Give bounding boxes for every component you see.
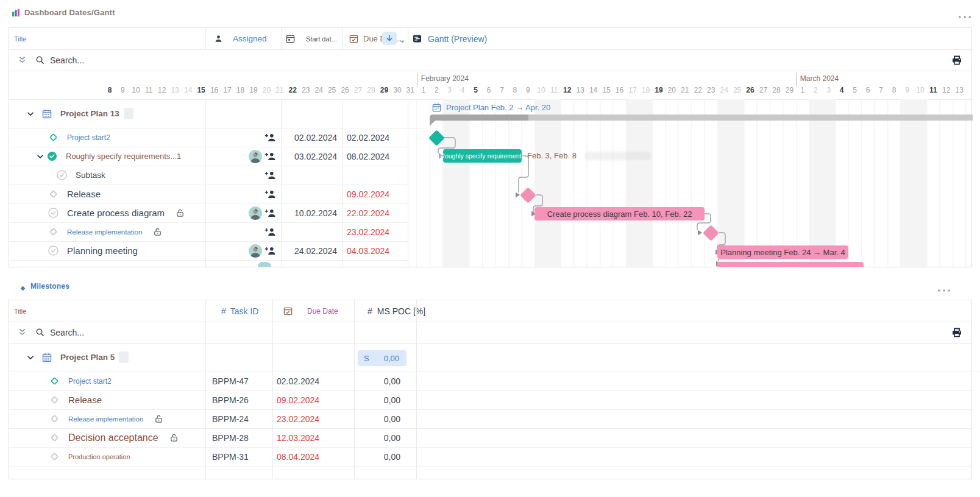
task-title[interactable]: Roughly specify requirements...1	[66, 152, 181, 161]
task-id-cell[interactable]: BPPM-31	[205, 447, 279, 466]
milestone-title[interactable]: Decision acceptance	[68, 432, 158, 443]
ms-poc-cell[interactable]: 0,00	[354, 447, 416, 466]
due-date-cell[interactable]: 12.03.2024	[272, 428, 358, 447]
column-header-gantt[interactable]: Gantt (Preview)	[408, 28, 595, 49]
project-row-ms[interactable]: Project Plan 5	[9, 343, 980, 372]
search-input-ms[interactable]: Search...	[50, 328, 84, 337]
ms-poc-cell[interactable]: 0,00	[354, 390, 416, 409]
table-row[interactable]: Release implementation23.02.2024	[9, 222, 408, 242]
task-id-cell[interactable]: BPPM-28	[205, 428, 279, 447]
due-date-cell[interactable]: 04.03.2024	[342, 241, 408, 260]
due-date-cell[interactable]: 09.02.2024	[342, 185, 408, 203]
panel2-menu-button[interactable]	[937, 284, 951, 295]
search-row-ms[interactable]: Search...	[9, 322, 971, 343]
task-id-cell[interactable]: BPPM-26	[205, 390, 279, 409]
person-add-icon[interactable]	[265, 227, 276, 236]
panel1-menu-button[interactable]	[958, 10, 971, 21]
milestone-row[interactable]: Production operationBPPM-3108.04.20240,0…	[9, 447, 971, 467]
milestone-title[interactable]: Release	[68, 395, 102, 405]
due-date-cell[interactable]: 02.02.2024	[342, 128, 408, 147]
person-add-icon[interactable]	[265, 133, 276, 142]
day-number: 8	[508, 86, 522, 94]
milestone-title[interactable]: Project start2	[68, 377, 112, 386]
print-button[interactable]	[951, 55, 962, 66]
ms-poc-cell[interactable]: 0,00	[354, 428, 416, 447]
start-date-cell[interactable]: 24.02.2024	[281, 241, 342, 260]
person-add-icon[interactable]	[265, 171, 276, 180]
start-date-cell[interactable]: 02.02.2024	[281, 128, 342, 147]
project-title-ms[interactable]: Project Plan 5	[60, 353, 115, 362]
table-row[interactable]: Subtask	[9, 166, 408, 185]
chevron-icon[interactable]	[36, 152, 44, 161]
due-date-cell[interactable]: 23.02.2024	[272, 409, 358, 428]
print-button-ms[interactable]	[951, 327, 962, 338]
project-row[interactable]: Project Plan 13	[9, 99, 425, 129]
expand-all-icon[interactable]	[18, 55, 27, 65]
task-title[interactable]: Release implementation	[67, 228, 142, 236]
column-header-title-ms[interactable]: Title	[9, 300, 210, 322]
search-row[interactable]: Search...	[9, 49, 971, 71]
due-date-cell[interactable]: 22.02.2024	[342, 203, 408, 222]
ms-poc-cell[interactable]: 0,00	[354, 409, 416, 428]
due-date-cell[interactable]: 02.02.2024	[272, 372, 358, 390]
gantt-bar-planning-meeting[interactable]: Planning meeting Feb. 24 → Mar. 4	[717, 245, 848, 259]
chevron-down-icon[interactable]	[26, 110, 35, 118]
table-row[interactable]: Create process diagram10.02.202422.02.20…	[9, 203, 408, 223]
table-row[interactable]: Project start202.02.202402.02.2024	[9, 128, 408, 147]
start-date-cell[interactable]: 03.02.2024	[281, 147, 342, 166]
day-number: 13	[953, 86, 966, 94]
milestone-row[interactable]: Decision acceptanceBPPM-2812.03.20240,00	[9, 428, 971, 448]
ms-poc-value: 0,00	[384, 433, 400, 443]
search-input[interactable]: Search...	[50, 55, 84, 65]
column-header-assigned[interactable]: Assigned	[205, 28, 289, 49]
avatar-icon[interactable]	[249, 206, 262, 220]
column-header-start-date[interactable]: Start dat...	[281, 28, 347, 49]
start-date-cell[interactable]	[281, 222, 342, 241]
person-add-icon[interactable]	[265, 246, 276, 255]
table-row[interactable]: Planning meeting24.02.202404.03.2024	[9, 241, 408, 261]
column-header-title[interactable]: Title	[9, 28, 210, 49]
chevron-down-icon[interactable]	[26, 353, 35, 362]
task-title[interactable]: Planning meeting	[67, 245, 138, 256]
task-title[interactable]: Project start2	[67, 133, 110, 142]
sum-badge[interactable]: S 0,00	[358, 350, 407, 366]
expand-all-icon[interactable]	[18, 328, 27, 337]
day-number: 10	[534, 86, 548, 94]
person-add-icon[interactable]	[265, 189, 276, 199]
task-title[interactable]: Subtask	[76, 171, 105, 180]
start-date-cell[interactable]	[281, 166, 342, 185]
person-icon	[214, 34, 223, 43]
milestone-title[interactable]: Release implementation	[68, 415, 143, 423]
column-header-ms-poc[interactable]: # MS POC [%]	[354, 300, 430, 322]
due-date-cell[interactable]: 08.04.2024	[272, 447, 358, 466]
task-id-cell[interactable]: BPPM-47	[205, 372, 279, 390]
person-add-icon[interactable]	[265, 152, 276, 161]
due-date-cell[interactable]	[342, 166, 408, 185]
milestone-row[interactable]: Project start2BPPM-4702.02.20240,00	[9, 372, 971, 391]
column-header-due-ms[interactable]: Due Date	[272, 300, 365, 322]
gantt-bar-roughly-specify[interactable]: Roughly specify requirements	[443, 149, 522, 163]
task-id-cell[interactable]: BPPM-24	[205, 409, 279, 428]
start-date-cell[interactable]	[281, 185, 342, 203]
avatar-icon[interactable]	[249, 150, 262, 163]
avatar-icon[interactable]	[249, 244, 262, 258]
due-date-cell[interactable]: 09.02.2024	[272, 390, 358, 409]
ms-poc-cell[interactable]: 0,00	[354, 372, 416, 390]
task-title[interactable]: Release	[67, 189, 101, 199]
sort-options-caret-icon[interactable]	[399, 36, 405, 47]
due-date-cell[interactable]: 08.02.2024	[342, 147, 408, 166]
milestone-row[interactable]: Release implementationBPPM-2423.02.20240…	[9, 409, 971, 429]
project-title[interactable]: Project Plan 13	[60, 109, 119, 118]
milestone-title[interactable]: Production operation	[68, 453, 130, 460]
person-add-icon[interactable]	[265, 208, 276, 217]
sort-descending-button[interactable]	[382, 32, 397, 45]
gantt-bar-create-process-diagram[interactable]: Create process diagram Feb. 10, Feb. 22	[534, 207, 705, 220]
check-teal-icon	[47, 151, 57, 161]
table-row[interactable]: Release09.02.2024	[9, 185, 408, 204]
due-date-cell[interactable]: 23.02.2024	[342, 222, 408, 241]
milestone-row[interactable]: ReleaseBPPM-2609.02.20240,00	[9, 390, 971, 410]
table-row[interactable]: Roughly specify requirements...103.02.20…	[9, 147, 408, 166]
gantt-bar-clipped[interactable]	[717, 262, 864, 267]
start-date-cell[interactable]: 10.02.2024	[281, 203, 342, 222]
task-title[interactable]: Create process diagram	[67, 208, 165, 218]
